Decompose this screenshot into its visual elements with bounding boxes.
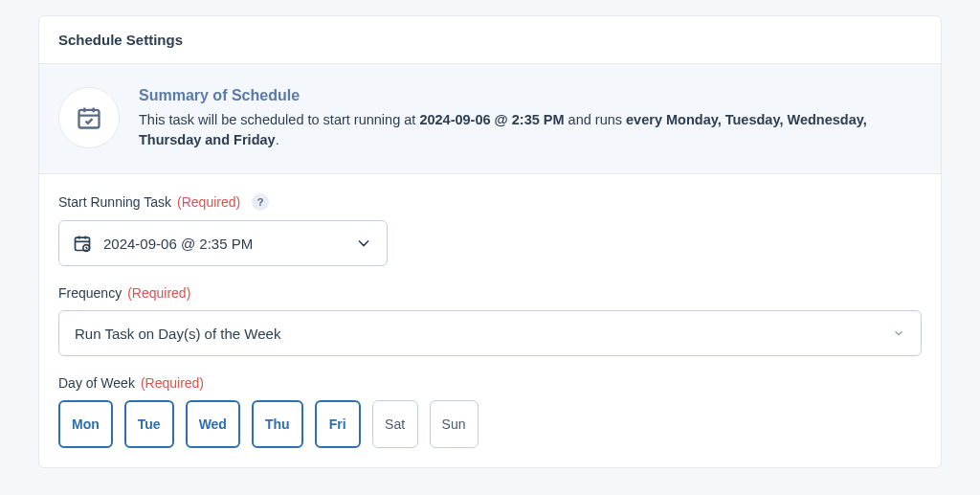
- svg-line-10: [86, 248, 87, 249]
- day-buttons-row: Mon Tue Wed Thu Fri Sat Sun: [58, 400, 922, 448]
- summary-suffix: .: [276, 132, 279, 147]
- summary-icon-wrap: [58, 87, 120, 148]
- frequency-label: Frequency: [58, 285, 122, 301]
- field-start-running: Start Running Task (Required) ? 2024-09-…: [58, 193, 922, 266]
- field-day-of-week: Day of Week (Required) Mon Tue Wed Thu F…: [58, 375, 922, 448]
- svg-rect-0: [79, 110, 100, 128]
- dayofweek-required: (Required): [141, 375, 204, 391]
- start-datetime-value: 2024-09-06 @ 2:35 PM: [103, 236, 343, 252]
- card-header: Schedule Settings: [39, 16, 941, 64]
- start-label-row: Start Running Task (Required) ?: [58, 193, 922, 211]
- schedule-settings-card: Schedule Settings Summary of Schedule Th…: [38, 15, 942, 468]
- frequency-required: (Required): [127, 285, 190, 301]
- frequency-label-row: Frequency (Required): [58, 285, 922, 301]
- field-frequency: Frequency (Required) Run Task on Day(s) …: [58, 285, 922, 356]
- card-title: Schedule Settings: [58, 32, 922, 48]
- help-icon[interactable]: ?: [252, 193, 269, 211]
- day-btn-fri[interactable]: Fri: [315, 400, 361, 448]
- day-btn-sat[interactable]: Sat: [372, 400, 418, 448]
- start-label: Start Running Task: [58, 194, 171, 210]
- frequency-value: Run Task on Day(s) of the Week: [75, 326, 892, 342]
- summary-description: This task will be scheduled to start run…: [139, 110, 922, 150]
- calendar-check-icon: [76, 104, 102, 131]
- start-required: (Required): [177, 194, 240, 210]
- day-btn-tue[interactable]: Tue: [124, 400, 174, 448]
- calendar-clock-icon: [73, 234, 92, 253]
- day-btn-sun[interactable]: Sun: [430, 400, 479, 448]
- day-btn-mon[interactable]: Mon: [58, 400, 113, 448]
- summary-datetime: 2024-09-06 @ 2:35 PM: [419, 112, 564, 127]
- summary-prefix: This task will be scheduled to start run…: [139, 112, 419, 127]
- summary-title: Summary of Schedule: [139, 87, 922, 104]
- chevron-down-icon: [354, 234, 373, 253]
- summary-mid: and runs: [565, 112, 627, 127]
- dayofweek-label: Day of Week: [58, 375, 135, 391]
- day-btn-thu[interactable]: Thu: [252, 400, 303, 448]
- summary-section: Summary of Schedule This task will be sc…: [39, 64, 941, 174]
- summary-text: Summary of Schedule This task will be sc…: [139, 87, 922, 150]
- day-btn-wed[interactable]: Wed: [186, 400, 240, 448]
- chevron-down-icon: [892, 326, 905, 340]
- start-datetime-input[interactable]: 2024-09-06 @ 2:35 PM: [58, 220, 388, 266]
- frequency-select[interactable]: Run Task on Day(s) of the Week: [58, 310, 922, 356]
- dayofweek-label-row: Day of Week (Required): [58, 375, 922, 391]
- card-body: Start Running Task (Required) ? 2024-09-…: [39, 174, 941, 467]
